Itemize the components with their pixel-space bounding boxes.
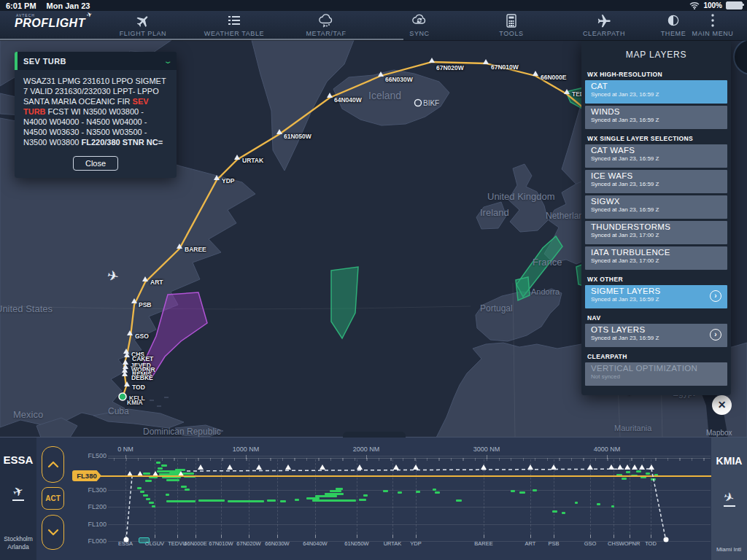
sigmet-type-label: SEV TURB: [23, 57, 165, 66]
layer-item-label: SIGWX: [591, 197, 721, 206]
waypoint-label-urtak: URTAK: [242, 157, 263, 164]
app-logo[interactable]: AVTECH PROFLIGHT ✈: [15, 14, 85, 29]
nav-main-menu[interactable]: MAIN MENU: [684, 13, 742, 37]
waypoint-marker-64n040w: [327, 93, 333, 98]
waypoint-marker-ydp: [214, 175, 220, 180]
layer-item-sync-status: Synced at Jan 23, 16:59 Z: [591, 117, 721, 123]
chevron-right-icon[interactable]: ›: [710, 290, 721, 302]
layer-item-sigwx[interactable]: SIGWXSynced at Jan 23, 16:59 Z: [585, 195, 727, 219]
waypoint-label-67n020w: 67N020W: [436, 64, 464, 71]
layer-item-thunderstorms[interactable]: THUNDERSTORMSSynced at Jan 23, 17:00 Z: [585, 221, 727, 244]
chevron-right-icon[interactable]: ›: [710, 329, 721, 341]
layer-item-ots-layers[interactable]: OTS LAYERSSynced at Jan 23, 16:59 Z›: [585, 324, 727, 347]
destination-label-kmia: KMIA: [127, 399, 143, 406]
layer-item-label: ICE WAFS: [591, 171, 721, 180]
nav-weather-table[interactable]: WEATHER TABLE: [194, 13, 274, 37]
nav-sync[interactable]: SYNC: [379, 13, 460, 37]
waypoint-marker-67n020w: [429, 58, 435, 63]
sigmet-type-dropdown[interactable]: SEV TURB ⌄: [15, 52, 177, 70]
waypoint-label-debke: DEBKE: [131, 374, 153, 381]
profile-down-button[interactable]: [42, 515, 64, 550]
profile-drag-handle[interactable]: [343, 432, 406, 438]
nav-clearpath[interactable]: CLEARPATH: [564, 13, 644, 37]
origin-sigmet-marker: [139, 537, 150, 543]
sync-icon: [379, 13, 460, 29]
profile-act-button[interactable]: ACT: [42, 487, 64, 510]
origin-name: StockholmArlanda: [0, 535, 36, 551]
waypoint-marker-61n050w: [276, 129, 282, 134]
layer-item-cat[interactable]: CATSynced at Jan 23, 16:59 Z: [585, 80, 727, 104]
layer-item-ice-wafs[interactable]: ICE WAFSSynced at Jan 23, 16:59 Z: [585, 170, 727, 193]
layer-item-label: CAT: [591, 82, 721, 90]
layer-item-vertical-optimization: VERTICAL OPTIMIZATIONNot synced: [585, 362, 727, 386]
layer-item-sigmet-layers[interactable]: SIGMET LAYERSSynced at Jan 23, 16:59 Z›: [585, 285, 727, 308]
destination-marker: [119, 393, 126, 400]
sigmet-close-button[interactable]: Close: [73, 156, 118, 171]
layer-item-sync-status: Synced at Jan 23, 17:00 Z: [591, 232, 721, 238]
waypoint-marker-tedvu: [564, 89, 570, 94]
top-nav: AVTECH PROFLIGHT ✈ FLIGHT PLAN WEATHER T…: [0, 11, 747, 40]
waypoint-marker-baree: [177, 244, 182, 249]
layer-item-sync-status: Synced at Jan 23, 16:59 Z: [591, 335, 721, 341]
panel-section-header: WX SINGLE LAYER SELECTIONS: [581, 131, 731, 144]
waypoint-label-64n040w: 64N040W: [334, 96, 362, 104]
waypoint-marker-urtak: [234, 155, 240, 160]
waypoint-label-baree: BAREE: [185, 246, 206, 253]
map-label-united-states: United States: [0, 303, 53, 314]
layer-item-label: VERTICAL OPTIMIZATION: [591, 364, 721, 373]
waypoint-marker-66n000e: [533, 71, 538, 76]
waypoint-marker-gso: [127, 330, 133, 335]
sync-progress-bar: [0, 39, 403, 40]
vertical-profile-panel: ESSA ✈ StockholmArlanda ACT KMIA ✈ Miami…: [0, 438, 747, 560]
status-date: Mon Jan 23: [47, 1, 90, 10]
panel-section-header: NAV: [581, 311, 731, 324]
profile-up-button[interactable]: [42, 446, 64, 483]
waypoint-label-gso: GSO: [135, 332, 149, 340]
nav-flight-plan[interactable]: FLIGHT PLAN: [103, 13, 183, 37]
map-label-portugal: Portugal: [480, 303, 513, 314]
layer-item-label: CAT WAFS: [591, 146, 721, 155]
map-label-iceland: Iceland: [368, 90, 401, 101]
nav-metar-taf[interactable]: METAR/TAF: [286, 13, 366, 37]
status-bar: 6:01 PM Mon Jan 23 100%: [0, 0, 747, 11]
waypoint-label-66n000e: 66N000E: [541, 74, 566, 81]
wifi-icon: [689, 1, 700, 9]
map-label-ireland: Ireland: [480, 207, 509, 218]
waypoint-marker-66n030w: [378, 71, 384, 77]
battery-icon: [726, 1, 743, 9]
waypoint-label-art: ART: [150, 279, 163, 286]
airport-label-bikf: BIKF: [423, 99, 439, 107]
layer-item-winds[interactable]: WINDSSynced at Jan 23, 16:59 Z: [585, 106, 727, 129]
map-label-mexico: Mexico: [13, 409, 43, 420]
sigmet-popup: SEV TURB ⌄ WSAZ31 LPMG 231610 LPPO SIGME…: [15, 52, 177, 178]
waypoint-marker-psb: [131, 298, 137, 303]
active-fl-line[interactable]: [100, 475, 711, 477]
tools-icon: [471, 13, 551, 29]
app-screen: 6:01 PM Mon Jan 23 100% AVTECH PROFLIGHT…: [0, 0, 747, 560]
layer-item-sync-status: Not synced: [591, 373, 721, 380]
layer-item-label: OTS LAYERS: [591, 325, 721, 334]
layer-item-iata-turbulence[interactable]: IATA TURBULENCESynced at Jan 23, 17:00 Z: [585, 246, 727, 270]
waypoint-label-61n050w: 61N050W: [284, 133, 311, 140]
layer-item-label: SIGMET LAYERS: [591, 287, 721, 295]
map-attribution: Mapbox: [706, 429, 732, 437]
waypoint-marker-tod: [124, 381, 130, 386]
layer-item-sync-status: Synced at Jan 23, 17:00 Z: [591, 257, 721, 264]
map-label-united-kingdom: United Kingdom: [487, 191, 555, 202]
map-label-france: France: [533, 257, 562, 268]
layer-item-sync-status: Synced at Jan 23, 16:59 Z: [591, 91, 721, 98]
distance-ruler-ticks: [114, 458, 711, 461]
waypoint-label-tod: TOD: [132, 384, 145, 391]
active-fl-badge[interactable]: FL380: [72, 470, 101, 481]
battery-percent: 100%: [703, 1, 722, 9]
departure-icon: ✈: [0, 484, 36, 501]
layer-item-cat-wafs[interactable]: CAT WAFSSynced at Jan 23, 16:59 Z: [585, 144, 727, 168]
sigmet-polygon-green-atlantic: [331, 267, 358, 338]
sigmet-text: WSAZ31 LPMG 231610 LPPO SIGMET 7 VALID 2…: [15, 70, 177, 150]
weather-table-icon: [194, 13, 274, 29]
panel-section-header: WX HIGH-RESOLUTION: [581, 67, 731, 80]
nav-tools[interactable]: TOOLS: [471, 13, 551, 37]
layer-item-sync-status: Synced at Jan 23, 16:59 Z: [591, 206, 721, 213]
metar-taf-icon: [286, 13, 366, 29]
map-close-button[interactable]: ✕: [712, 395, 732, 415]
